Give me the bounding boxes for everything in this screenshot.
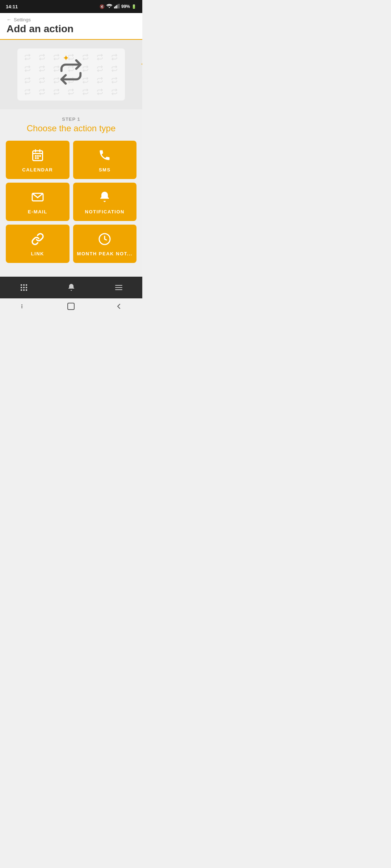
sms-action-button[interactable]: SMS [73, 141, 137, 179]
step-section: STEP 1 Choose the action type [21, 109, 122, 137]
month-peak-action-button[interactable]: MONTH PEAK NOT... [73, 225, 137, 263]
svg-rect-22 [21, 289, 22, 291]
bottom-nav-grid[interactable] [20, 283, 28, 292]
repeat-grid-icon [21, 52, 34, 62]
bottom-nav [0, 277, 142, 298]
month-peak-label: MONTH PEAK NOT... [77, 251, 133, 256]
repeat-grid-icon [35, 87, 49, 97]
repeat-grid-icon [35, 52, 49, 62]
status-bar: 14:11 🔇 99% 🔋 [0, 0, 142, 13]
repeat-grid-icon [108, 64, 121, 74]
notification-action-button[interactable]: NOTIFICATION [73, 183, 137, 221]
notification-label: NOTIFICATION [85, 209, 125, 214]
repeat-grid-icon [93, 64, 106, 74]
repeat-grid-icon [93, 75, 106, 85]
mute-icon: 🔇 [100, 4, 105, 9]
svg-rect-2 [116, 5, 117, 9]
repeat-grid-icon [21, 87, 34, 97]
svg-rect-17 [23, 284, 25, 286]
repeat-grid-icon [108, 75, 121, 85]
svg-rect-13 [37, 157, 39, 159]
repeat-grid-icon [93, 52, 106, 62]
calendar-icon [31, 149, 44, 163]
status-icons: 🔇 99% 🔋 [100, 4, 136, 9]
email-label: E-MAIL [28, 209, 47, 214]
system-recents-button[interactable] [20, 303, 27, 312]
svg-rect-11 [39, 155, 41, 157]
status-time: 14:11 [6, 4, 18, 9]
email-action-button[interactable]: E-MAIL [6, 183, 70, 221]
svg-rect-9 [35, 155, 37, 157]
hero-card: ✦ [17, 48, 125, 101]
calendar-label: CALENDAR [22, 167, 53, 173]
svg-rect-31 [68, 303, 74, 310]
svg-rect-4 [119, 4, 119, 9]
repeat-grid-icon [21, 75, 34, 85]
battery-label: 99% [121, 4, 130, 9]
battery-icon: 🔋 [131, 4, 136, 9]
svg-rect-23 [23, 289, 25, 291]
action-grid: CALENDAR SMS E-MAIL [0, 137, 142, 267]
hero-banner: ✦ [0, 40, 142, 109]
main-content: ✦ [0, 40, 142, 277]
bell-icon [98, 191, 111, 205]
calendar-action-button[interactable]: CALENDAR [6, 141, 70, 179]
repeat-grid-icon [93, 87, 106, 97]
back-arrow-icon[interactable]: ← [7, 17, 12, 22]
system-back-button[interactable] [115, 303, 122, 312]
link-action-button[interactable]: LINK [6, 225, 70, 263]
signal-icon [114, 4, 120, 9]
repeat-grid-icon [21, 64, 34, 74]
bottom-nav-menu[interactable] [114, 283, 123, 292]
step-label: STEP 1 [27, 116, 116, 122]
svg-rect-0 [114, 7, 115, 9]
page-title: Add an action [7, 23, 136, 35]
sparkle-right2-icon: ✦ [140, 61, 142, 68]
back-nav[interactable]: ← Settings [7, 17, 136, 22]
phone-icon [98, 149, 111, 163]
svg-rect-12 [35, 157, 37, 159]
link-icon [31, 233, 44, 247]
bottom-nav-bell[interactable] [67, 283, 76, 292]
svg-rect-21 [26, 287, 27, 288]
repeat-grid-icon [35, 75, 49, 85]
svg-rect-1 [115, 6, 116, 8]
wifi-icon [106, 4, 113, 9]
repeat-center-icon [56, 59, 85, 90]
svg-rect-10 [37, 155, 39, 157]
svg-rect-19 [21, 287, 22, 288]
page-header: ← Settings Add an action [0, 13, 142, 40]
svg-rect-16 [21, 284, 22, 286]
repeat-grid-icon [35, 64, 49, 74]
sparkle-right-icon: ✦ [142, 72, 142, 84]
sparkle-top-icon: ✦ [63, 54, 69, 63]
system-nav [0, 298, 142, 316]
svg-rect-18 [26, 284, 27, 286]
system-home-button[interactable] [67, 302, 75, 312]
svg-rect-24 [26, 289, 27, 291]
repeat-grid-icon [108, 52, 121, 62]
email-icon [31, 191, 44, 205]
back-label[interactable]: Settings [14, 17, 31, 22]
clock-icon [98, 233, 111, 247]
sms-label: SMS [99, 167, 111, 173]
svg-rect-20 [23, 287, 25, 288]
link-label: LINK [31, 251, 44, 256]
svg-rect-3 [118, 4, 118, 8]
repeat-grid-icon [108, 87, 121, 97]
step-title: Choose the action type [27, 123, 116, 133]
